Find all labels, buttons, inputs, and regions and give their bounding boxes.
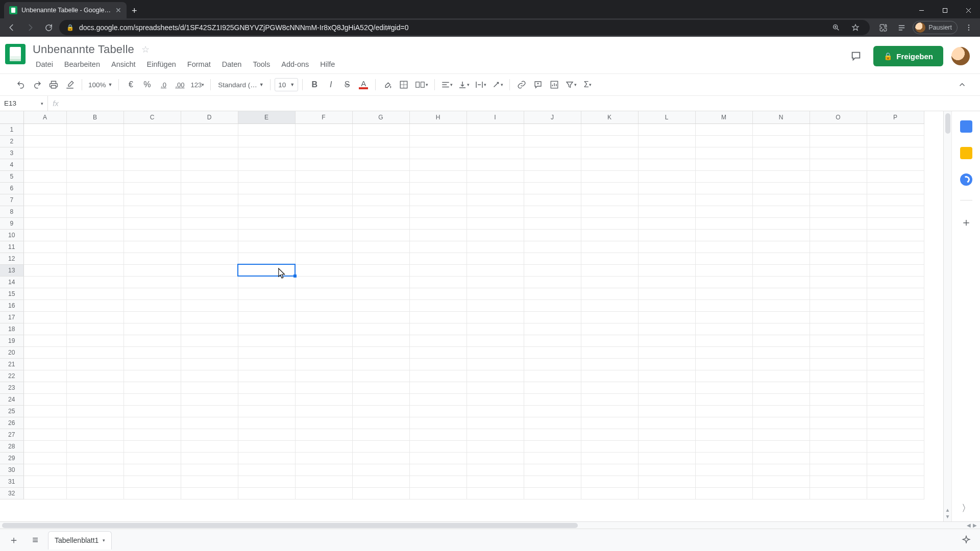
cell[interactable] (181, 487, 238, 499)
cell[interactable] (867, 147, 924, 159)
cell[interactable] (295, 123, 352, 135)
calendar-icon[interactable] (960, 120, 972, 133)
cell[interactable] (810, 393, 867, 405)
cell[interactable] (810, 170, 867, 182)
cell[interactable] (295, 382, 352, 393)
cell[interactable] (238, 135, 295, 147)
cell[interactable] (810, 159, 867, 170)
cell[interactable] (23, 358, 66, 370)
cell[interactable] (66, 288, 124, 299)
cell[interactable] (124, 370, 181, 382)
cell[interactable] (124, 464, 181, 475)
cell[interactable] (867, 241, 924, 253)
cell[interactable] (695, 429, 752, 440)
cell[interactable] (352, 358, 409, 370)
cell[interactable] (409, 135, 467, 147)
cell[interactable] (66, 217, 124, 229)
column-header[interactable]: D (181, 111, 238, 123)
new-tab-button[interactable]: + (127, 4, 142, 18)
cell[interactable] (124, 393, 181, 405)
profile-paused-chip[interactable]: Pausiert (913, 21, 958, 34)
cell[interactable] (524, 182, 581, 194)
cell[interactable] (238, 393, 295, 405)
cell[interactable] (867, 135, 924, 147)
cell[interactable] (181, 382, 238, 393)
cell[interactable] (295, 487, 352, 499)
cell[interactable] (295, 147, 352, 159)
cell[interactable] (23, 241, 66, 253)
row-header[interactable]: 4 (0, 159, 23, 170)
cell[interactable] (467, 170, 524, 182)
close-tab-icon[interactable]: ✕ (115, 6, 121, 14)
cell[interactable] (181, 206, 238, 217)
cell[interactable] (695, 358, 752, 370)
cell[interactable] (867, 323, 924, 335)
cell[interactable] (295, 217, 352, 229)
cell[interactable] (581, 288, 638, 299)
cell[interactable] (524, 370, 581, 382)
tasks-icon[interactable] (960, 173, 972, 186)
cell[interactable] (238, 159, 295, 170)
cell[interactable] (752, 393, 810, 405)
forward-icon[interactable] (22, 20, 38, 35)
cell[interactable] (124, 123, 181, 135)
cell[interactable] (352, 417, 409, 429)
all-sheets-button[interactable]: ≡ (27, 532, 44, 549)
cell[interactable] (23, 147, 66, 159)
cell[interactable] (695, 253, 752, 264)
cell[interactable] (352, 170, 409, 182)
cell[interactable] (695, 440, 752, 452)
cell[interactable] (524, 429, 581, 440)
row-header[interactable]: 11 (0, 241, 23, 253)
cell[interactable] (181, 452, 238, 464)
cell[interactable] (810, 346, 867, 358)
cell[interactable] (752, 370, 810, 382)
sheets-logo-icon[interactable] (5, 44, 26, 64)
decrease-decimal-button[interactable]: .0 (156, 77, 171, 92)
cell[interactable] (524, 217, 581, 229)
cell[interactable] (352, 464, 409, 475)
cell[interactable] (467, 276, 524, 288)
cell[interactable] (695, 323, 752, 335)
cell[interactable] (467, 311, 524, 323)
cell[interactable] (638, 382, 695, 393)
cell[interactable] (238, 194, 295, 206)
row-header[interactable]: 23 (0, 382, 23, 393)
cell[interactable] (524, 335, 581, 346)
sheet-tab[interactable]: Tabellenblatt1 ▾ (48, 531, 112, 549)
cell[interactable] (581, 206, 638, 217)
cell[interactable] (867, 405, 924, 417)
cell[interactable] (524, 358, 581, 370)
cell[interactable] (810, 358, 867, 370)
cell[interactable] (124, 405, 181, 417)
comments-icon[interactable] (847, 47, 865, 65)
menu-tools[interactable]: Tools (248, 58, 275, 70)
cell[interactable] (638, 405, 695, 417)
cell[interactable] (638, 182, 695, 194)
cell[interactable] (524, 229, 581, 241)
cell[interactable] (810, 335, 867, 346)
cell[interactable] (581, 241, 638, 253)
cell[interactable] (810, 276, 867, 288)
cell[interactable] (295, 440, 352, 452)
cell[interactable] (752, 405, 810, 417)
cell[interactable] (181, 440, 238, 452)
cell[interactable] (409, 264, 467, 276)
cell[interactable] (752, 123, 810, 135)
cell[interactable] (23, 405, 66, 417)
explore-icon[interactable] (958, 532, 975, 549)
cell[interactable] (66, 264, 124, 276)
cell[interactable] (581, 417, 638, 429)
cell[interactable] (867, 346, 924, 358)
cell[interactable] (752, 440, 810, 452)
cell[interactable] (352, 147, 409, 159)
cell[interactable] (124, 241, 181, 253)
cell[interactable] (752, 487, 810, 499)
cell[interactable] (524, 276, 581, 288)
cell[interactable] (752, 417, 810, 429)
cell[interactable] (810, 147, 867, 159)
horizontal-align-button[interactable]: ▾ (439, 77, 455, 92)
cell[interactable] (124, 299, 181, 311)
cell[interactable] (867, 299, 924, 311)
cell[interactable] (810, 182, 867, 194)
